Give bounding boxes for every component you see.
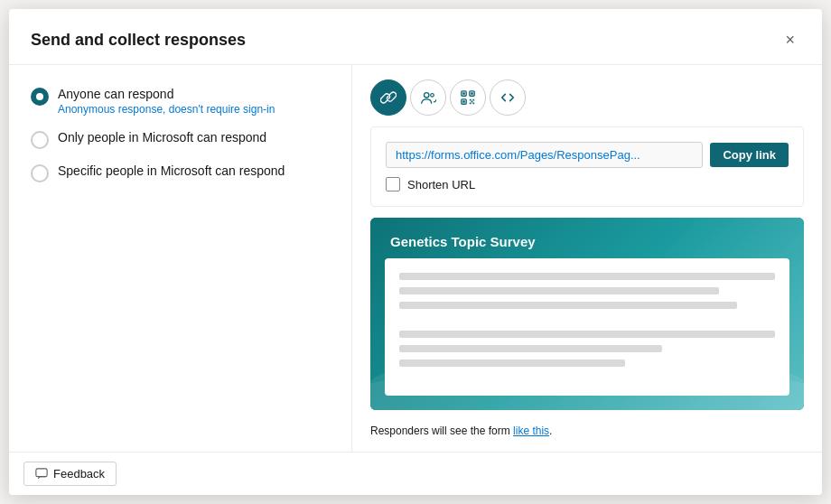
svg-rect-11	[472, 102, 474, 104]
feedback-button[interactable]: Feedback	[23, 462, 117, 486]
svg-rect-8	[470, 99, 472, 101]
feedback-label: Feedback	[53, 467, 105, 481]
form-line-6	[399, 359, 625, 367]
svg-rect-10	[470, 102, 472, 104]
svg-rect-12	[472, 101, 473, 103]
right-panel: https://forms.office.com/Pages/ResponseP…	[352, 65, 822, 452]
survey-preview-title: Genetics Topic Survey	[370, 218, 804, 258]
svg-rect-9	[472, 99, 474, 101]
radio-label-anyone: Anyone can respond Anonymous response, d…	[58, 87, 275, 116]
preview-footer-link[interactable]: like this	[513, 425, 549, 437]
radio-text-specific: Specific people in Microsoft can respond	[58, 163, 285, 178]
tab-link[interactable]	[370, 79, 406, 116]
svg-rect-3	[462, 92, 465, 95]
radio-label-microsoft: Only people in Microsoft can respond	[58, 130, 266, 145]
radio-anyone[interactable]: Anyone can respond Anonymous response, d…	[31, 87, 330, 116]
close-button[interactable]: ×	[780, 27, 800, 53]
form-line-2	[399, 287, 719, 294]
radio-circle-anyone	[31, 88, 49, 106]
preview-footer-text: Responders will see the form	[370, 425, 513, 437]
tab-row	[370, 79, 804, 116]
radio-text-microsoft: Only people in Microsoft can respond	[58, 130, 266, 145]
radio-text-anyone: Anyone can respond	[58, 87, 275, 101]
modal-body: Anyone can respond Anonymous response, d…	[9, 65, 822, 452]
preview-form-card	[385, 258, 789, 396]
radio-circle-specific	[31, 164, 49, 182]
copy-link-button[interactable]: Copy link	[710, 143, 789, 167]
radio-label-specific: Specific people in Microsoft can respond	[58, 163, 285, 178]
preview-footer-suffix: .	[549, 425, 552, 437]
svg-point-1	[431, 94, 434, 98]
radio-circle-microsoft	[31, 131, 49, 149]
svg-point-0	[425, 93, 429, 98]
link-url: https://forms.office.com/Pages/ResponseP…	[386, 142, 703, 168]
preview-background: Genetics Topic Survey	[370, 218, 804, 410]
form-gap	[399, 316, 775, 323]
feedback-bar: Feedback	[9, 452, 822, 495]
form-line-1	[399, 273, 775, 280]
form-line-5	[399, 345, 662, 352]
shorten-row: Shorten URL	[386, 177, 789, 191]
feedback-icon	[35, 468, 48, 481]
form-line-3	[399, 302, 737, 309]
radio-subtext-anyone: Anonymous response, doesn't require sign…	[58, 103, 275, 116]
left-panel: Anyone can respond Anonymous response, d…	[9, 65, 352, 452]
form-line-4	[399, 331, 775, 338]
link-section: https://forms.office.com/Pages/ResponseP…	[370, 126, 804, 207]
tab-collaborate[interactable]	[410, 79, 446, 116]
svg-rect-5	[471, 92, 473, 95]
radio-specific[interactable]: Specific people in Microsoft can respond	[31, 163, 330, 182]
preview-card: Genetics Topic Survey	[370, 218, 804, 410]
link-row: https://forms.office.com/Pages/ResponseP…	[386, 142, 789, 168]
shorten-label: Shorten URL	[407, 178, 475, 191]
send-collect-modal: Send and collect responses × Anyone can …	[9, 9, 822, 495]
modal-title: Send and collect responses	[31, 31, 246, 50]
preview-footer: Responders will see the form like this.	[370, 421, 804, 437]
shorten-url-checkbox[interactable]	[386, 177, 400, 191]
tab-qr[interactable]	[450, 79, 486, 116]
radio-microsoft[interactable]: Only people in Microsoft can respond	[31, 130, 330, 149]
svg-rect-7	[462, 100, 465, 103]
modal-header: Send and collect responses ×	[9, 9, 822, 65]
svg-rect-13	[36, 468, 47, 476]
tab-embed[interactable]	[490, 79, 526, 116]
